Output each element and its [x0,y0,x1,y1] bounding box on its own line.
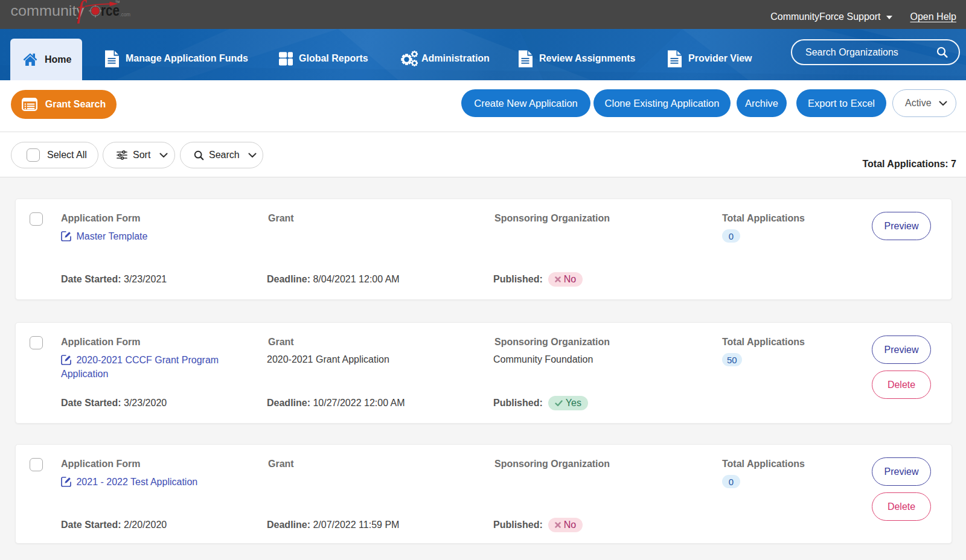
svg-text:TM: TM [115,0,120,4]
svg-text:.com: .com [120,11,131,18]
svg-text:f: f [77,0,87,24]
svg-text:community: community [11,2,85,19]
